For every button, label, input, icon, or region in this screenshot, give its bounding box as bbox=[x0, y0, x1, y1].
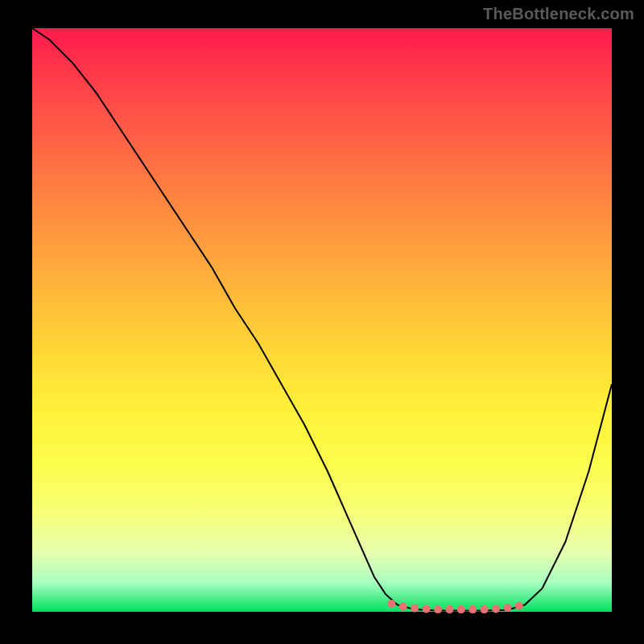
minimum-marker bbox=[445, 605, 453, 613]
minimum-marker bbox=[469, 605, 477, 613]
watermark-text: TheBottleneck.com bbox=[483, 5, 634, 23]
minimum-marker-group bbox=[387, 600, 522, 613]
minimum-marker bbox=[411, 605, 419, 613]
minimum-marker bbox=[457, 605, 465, 613]
minimum-marker bbox=[503, 604, 511, 612]
bottleneck-curve bbox=[32, 28, 612, 611]
minimum-marker bbox=[481, 605, 489, 613]
chart-frame: TheBottleneck.com bbox=[0, 0, 644, 644]
minimum-marker bbox=[399, 603, 407, 611]
minimum-marker bbox=[387, 600, 395, 608]
minimum-marker bbox=[434, 605, 442, 613]
minimum-marker bbox=[515, 602, 523, 610]
minimum-marker bbox=[492, 605, 500, 613]
minimum-marker bbox=[423, 605, 431, 613]
plot-area bbox=[32, 28, 612, 612]
curve-layer bbox=[32, 28, 612, 612]
